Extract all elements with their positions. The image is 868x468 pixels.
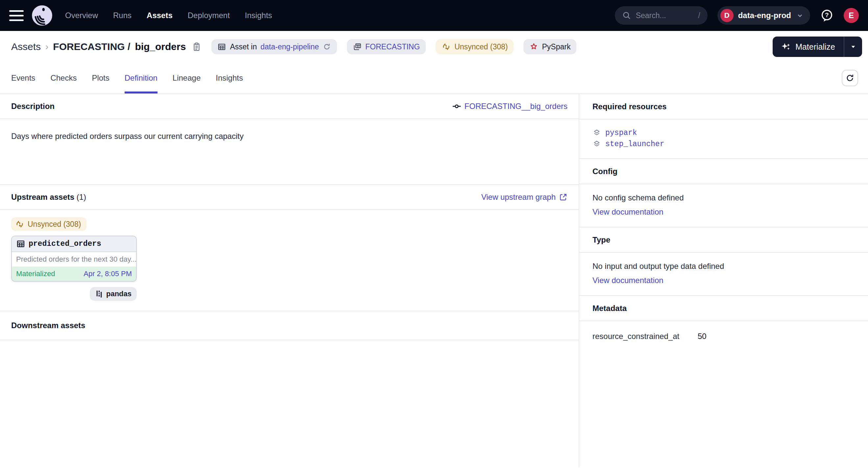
materialize-dropdown-button[interactable] [844, 36, 862, 57]
group-tag[interactable]: FORECASTING [347, 39, 426, 54]
asset-in-label: Asset in [230, 42, 257, 51]
metadata-header: Metadata [579, 296, 868, 321]
external-link-icon [559, 193, 567, 201]
compute-kind-label: PySpark [542, 42, 570, 51]
page-title: big_orders [135, 41, 186, 52]
pipeline-link[interactable]: data-eng-pipeline [260, 42, 319, 51]
nav-deployment[interactable]: Deployment [188, 11, 230, 20]
config-doc-link[interactable]: View documentation [592, 207, 663, 217]
upstream-asset-name: predicted_orders [29, 240, 101, 248]
pyspark-star-icon [529, 42, 538, 51]
description-heading: Description [11, 102, 55, 111]
sync-status-tag[interactable]: Unsynced (308) [436, 39, 514, 54]
resource-link-pyspark[interactable]: pyspark [592, 127, 855, 139]
user-avatar[interactable]: E [844, 8, 859, 23]
sync-alert-icon [15, 220, 24, 229]
svg-text:?: ? [825, 11, 829, 19]
deployment-switcher[interactable]: D data-eng-prod [717, 6, 810, 25]
layered-tables-icon [353, 42, 362, 51]
description-section-header: Description FORECASTING__big_orders [0, 94, 579, 119]
tab-lineage[interactable]: Lineage [173, 62, 200, 93]
pandas-icon [95, 290, 103, 298]
view-upstream-graph-label: View upstream graph [482, 193, 556, 202]
resource-name: step_launcher [605, 140, 664, 148]
required-resources-header: Required resources [579, 94, 868, 119]
upstream-asset-description: Predicted orders for the next 30 day... [12, 252, 136, 267]
copy-icon[interactable] [192, 42, 202, 52]
config-empty-text: No config schema defined [592, 193, 855, 203]
config-body: No config schema defined View documentat… [579, 184, 868, 227]
asset-page-header: Assets › FORECASTING / big_orders Asset … [0, 31, 868, 62]
nav-insights[interactable]: Insights [245, 11, 272, 20]
unsynced-badge[interactable]: Unsynced (308) [11, 217, 87, 231]
breadcrumb-group: FORECASTING / [53, 41, 130, 52]
tab-plots[interactable]: Plots [92, 62, 109, 93]
deployment-badge: D [720, 9, 734, 22]
refresh-button[interactable] [842, 70, 858, 86]
breadcrumb-assets-link[interactable]: Assets [11, 41, 41, 52]
definition-side-panel: Required resources pyspark step_launcher [579, 94, 868, 467]
asset-card-header: predicted_orders [12, 236, 136, 252]
table-icon [217, 42, 226, 51]
materialize-button[interactable]: Materialize [773, 36, 844, 57]
downstream-heading: Downstream assets [11, 321, 85, 330]
nav-overview[interactable]: Overview [65, 11, 98, 20]
downstream-section-header: Downstream assets [0, 311, 579, 340]
sync-alert-icon [441, 42, 451, 51]
tab-checks[interactable]: Checks [50, 62, 76, 93]
materialization-timestamp[interactable]: Apr 2, 8:05 PM [84, 269, 132, 278]
compute-kind-tag[interactable]: PySpark [523, 39, 577, 54]
pandas-kind-label: pandas [106, 290, 131, 298]
type-header: Type [579, 227, 868, 253]
metadata-heading: Metadata [592, 304, 627, 313]
type-body: No input and output type data defined Vi… [579, 253, 868, 296]
search-shortcut-hint: / [698, 11, 700, 20]
search-icon [622, 11, 631, 20]
materialize-label: Materialize [795, 42, 835, 52]
materialize-button-group: Materialize [773, 36, 862, 57]
tab-insights[interactable]: Insights [216, 62, 243, 93]
nav-runs[interactable]: Runs [113, 11, 131, 20]
sparkle-icon [781, 42, 791, 52]
upstream-assets-body: Unsynced (308) predicted_orders Predicte… [0, 210, 579, 311]
asset-in-job-tag[interactable]: Asset in data-eng-pipeline [211, 39, 337, 54]
type-heading: Type [592, 235, 610, 244]
resource-link-step-launcher[interactable]: step_launcher [592, 139, 855, 150]
deployment-name: data-eng-prod [738, 11, 791, 20]
metadata-value: 50 [698, 332, 707, 341]
type-doc-link[interactable]: View documentation [592, 275, 663, 285]
asset-tags: Asset in data-eng-pipeline FORECASTING [211, 39, 577, 54]
pandas-kind-tag[interactable]: pandas [90, 287, 137, 301]
help-icon[interactable]: ? [820, 8, 834, 22]
job-link[interactable]: FORECASTING__big_orders [452, 102, 567, 111]
layers-icon [592, 129, 601, 137]
refresh-small-icon[interactable] [322, 42, 331, 51]
search-input[interactable] [636, 11, 694, 20]
dagster-logo-icon[interactable] [31, 4, 53, 27]
upstream-section-header: Upstream assets (1) View upstream graph [0, 185, 579, 210]
metadata-key: resource_constrained_at [592, 332, 698, 341]
tab-events[interactable]: Events [11, 62, 35, 93]
app-header: Overview Runs Assets Deployment Insights… [0, 0, 868, 31]
type-empty-text: No input and output type data defined [592, 261, 855, 271]
upstream-count: (1) [76, 193, 86, 201]
required-resources-list: pyspark step_launcher [579, 119, 868, 159]
metadata-row: resource_constrained_at 50 [592, 332, 855, 341]
nav-assets[interactable]: Assets [147, 11, 173, 20]
asset-card-footer: Materialized Apr 2, 8:05 PM [12, 267, 136, 281]
upstream-asset-card[interactable]: predicted_orders Predicted orders for th… [11, 236, 137, 282]
required-resources-heading: Required resources [592, 102, 666, 111]
metadata-body: resource_constrained_at 50 [579, 321, 868, 351]
table-icon [16, 239, 25, 248]
tab-definition[interactable]: Definition [125, 62, 157, 93]
search-input-wrap[interactable]: / [615, 6, 708, 25]
definition-main-column: Description FORECASTING__big_orders Days… [0, 94, 579, 467]
menu-icon[interactable] [9, 7, 26, 24]
materialized-status: Materialized [16, 269, 55, 278]
chevron-down-icon [796, 11, 804, 20]
asset-tab-bar: Events Checks Plots Definition Lineage I… [0, 62, 868, 94]
primary-nav: Overview Runs Assets Deployment Insights [65, 11, 272, 20]
view-upstream-graph-link[interactable]: View upstream graph [482, 193, 567, 202]
job-icon [452, 102, 461, 111]
breadcrumb-separator: › [45, 41, 48, 52]
